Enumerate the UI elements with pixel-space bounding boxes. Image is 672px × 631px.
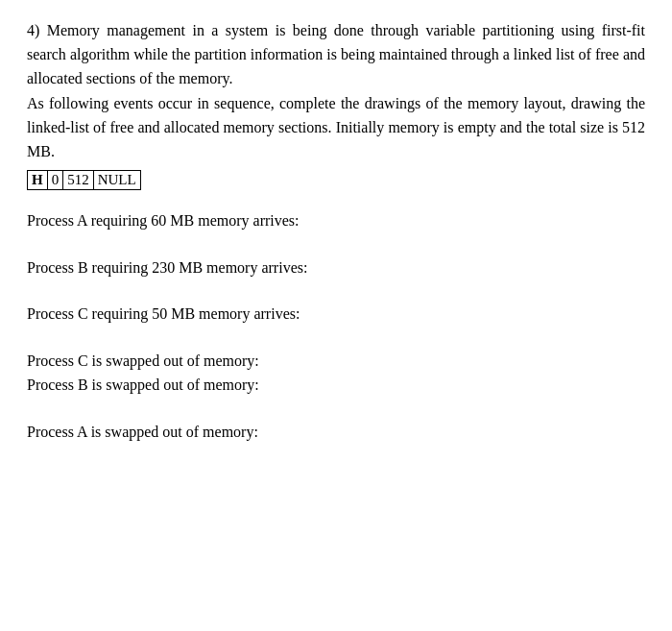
- process-line-text: Process A requiring 60 MB memory arrives…: [27, 209, 645, 233]
- memory-cell: 512: [63, 171, 94, 189]
- process-entry: Process C is swapped out of memory:Proce…: [27, 350, 645, 398]
- process-line-text: Process B is swapped out of memory:: [27, 374, 645, 398]
- intro-paragraph: 4) Memory management in a system is bein…: [27, 19, 645, 90]
- memory-diagram: H0512NULL: [27, 170, 141, 190]
- process-list: Process A requiring 60 MB memory arrives…: [27, 209, 645, 445]
- process-line-text: Process C requiring 50 MB memory arrives…: [27, 303, 645, 327]
- process-line-text: Process C is swapped out of memory:: [27, 350, 645, 374]
- process-entry: Process A is swapped out of memory:: [27, 421, 645, 445]
- process-line-text: Process A is swapped out of memory:: [27, 421, 645, 445]
- memory-cell: H: [28, 171, 48, 189]
- process-entry: Process B requiring 230 MB memory arrive…: [27, 256, 645, 280]
- memory-cell: NULL: [94, 171, 140, 189]
- memory-cell: 0: [48, 171, 64, 189]
- process-entry: Process C requiring 50 MB memory arrives…: [27, 303, 645, 327]
- second-paragraph: As following events occur in sequence, c…: [27, 92, 645, 163]
- content-block: 4) Memory management in a system is bein…: [27, 19, 645, 445]
- process-line-text: Process B requiring 230 MB memory arrive…: [27, 256, 645, 280]
- process-entry: Process A requiring 60 MB memory arrives…: [27, 209, 645, 233]
